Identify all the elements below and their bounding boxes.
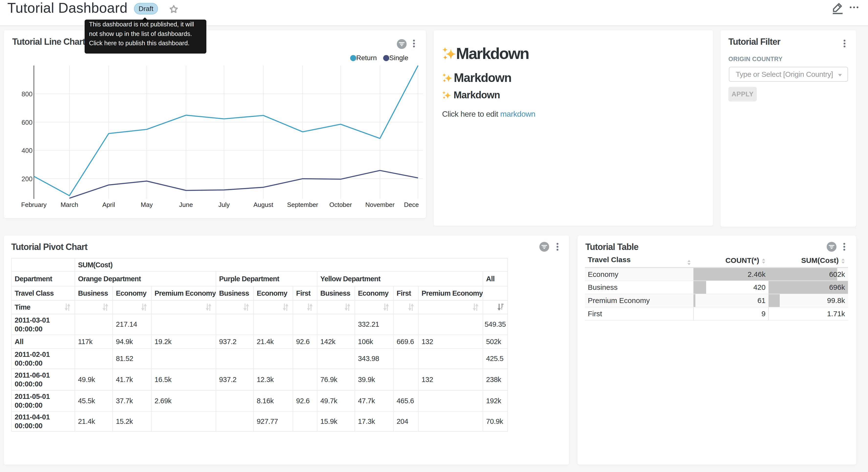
svg-text:August: August — [253, 201, 274, 208]
svg-text:800: 800 — [22, 90, 33, 98]
svg-text:July: July — [218, 201, 229, 208]
svg-text:March: March — [61, 201, 78, 208]
svg-text:Dece: Dece — [404, 201, 419, 208]
svg-text:600: 600 — [22, 119, 33, 126]
svg-text:400: 400 — [22, 147, 33, 154]
svg-text:November: November — [365, 201, 395, 208]
svg-text:October: October — [329, 201, 352, 208]
svg-text:February: February — [21, 201, 47, 208]
svg-text:September: September — [287, 201, 318, 208]
svg-text:200: 200 — [22, 175, 33, 183]
svg-text:April: April — [102, 201, 115, 208]
svg-text:June: June — [179, 201, 193, 208]
svg-text:May: May — [141, 201, 153, 208]
